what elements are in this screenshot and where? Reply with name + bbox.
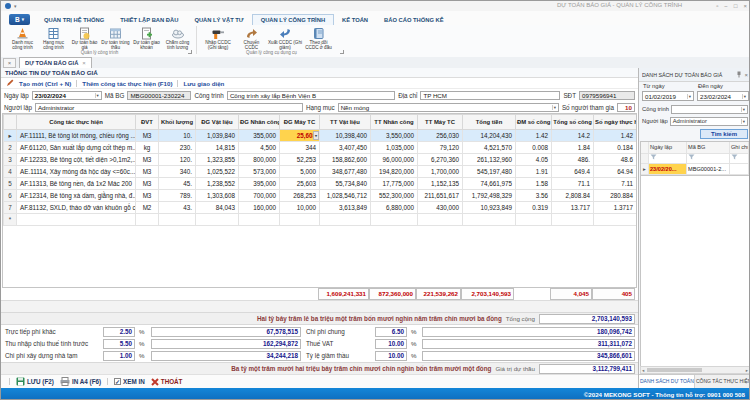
ribbon-button-theo-doi-ccdc[interactable]: Theo dõi CCDC ở đầu [303,26,334,51]
grid-cell[interactable] [320,214,371,226]
project-field[interactable]: Công trình xây lắp Bệnh Viện B [227,91,395,100]
grid-cell[interactable]: 1,152,135 [418,178,463,190]
ribbon-button-du-toan-bao-gia[interactable]: Dự toán báo giá [69,26,100,51]
grid-cell[interactable]: 14,815 [196,142,239,154]
preview-checkbox[interactable]: ✓ XEM IN [114,378,145,385]
grid-cell[interactable]: M3 [136,154,159,166]
ribbon-button-hang-muc-cong-trinh[interactable]: Hạng mục công trình [38,26,69,51]
panel-creator-field[interactable]: Administrator▾ [670,117,748,126]
quote-list-filter-row[interactable] [641,154,749,164]
grid-cell[interactable]: 74,661,975 [463,178,516,190]
grid-cell[interactable]: 5,000 [280,166,320,178]
ribbon-button-cham-cong-tinh-luong[interactable]: Chấm công tính lương [162,26,193,51]
other-direct-cost-pct-input[interactable]: 2.50 [103,327,135,337]
grid-cell[interactable]: 2,808.84 [552,190,594,202]
grid-cell[interactable]: 348,677,480 [320,166,371,178]
tab-du-toan-bao-gia[interactable]: DỰ TOÁN BÁO GIÁ × [19,57,92,68]
grid-cell[interactable]: 10. [159,130,196,142]
grid-cell[interactable]: 52,253 [280,154,320,166]
grid-cell[interactable]: 3,613,849 [320,202,371,214]
grid-cell[interactable]: 1,792,498,329 [463,190,516,202]
tab-danh-sach-du-toan[interactable]: DANH SÁCH DỰ TOÁN ... [639,375,695,388]
new-estimate-button[interactable]: Tạo mới (Ctrl + N) [19,80,71,87]
grid-cell[interactable]: 344 [280,142,320,154]
ribbon-button-chuyen-ccdc[interactable]: Chuyển CCDC [236,26,267,51]
column-header[interactable]: ĐG Máy TC [280,115,320,130]
grid-cell[interactable] [136,214,159,226]
print-button[interactable]: IN A4 (F6) [60,377,101,386]
grid-cell[interactable]: 700,000 [239,190,280,202]
grid-cell[interactable]: 10,000 [280,202,320,214]
column-header[interactable]: ĐVT [136,115,159,130]
grid-cell[interactable] [552,214,594,226]
grid-cell[interactable]: 1.58 [516,178,552,190]
temp-house-cost-pct-input[interactable]: 1.00 [103,351,135,361]
column-header[interactable]: ĐG Nhân công [239,115,280,130]
column-header[interactable]: ĐM số công [516,115,552,130]
grid-cell[interactable]: 1.3717 [594,202,637,214]
pin-icon[interactable] [736,71,742,78]
ribbon-tab-ke-toan[interactable]: KẾ TOÁN [334,15,376,25]
pre-tax-income-pct-input[interactable]: 5.50 [103,339,135,349]
scroll-right-icon[interactable]: ▸ [745,368,749,373]
grid-cell[interactable] [418,214,463,226]
address-field[interactable]: TP HCM [420,91,560,100]
grid-cell[interactable]: 649.4 [552,166,594,178]
grid-cell[interactable] [17,214,136,226]
quick-access-dropdown-icon[interactable]: ▾ [14,3,17,9]
grid-cell[interactable]: 1,238,552 [196,178,239,190]
grid-cell[interactable]: 1.91 [516,166,552,178]
row-indicator[interactable]: 3 [4,154,17,166]
ribbon-button-du-toan-trung-thau[interactable]: Dự toán trúng thầu [100,26,131,51]
grid-cell[interactable]: 573,000 [239,166,280,178]
grid-cell[interactable]: 261,132,960 [463,154,516,166]
close-panel-icon[interactable]: × [744,72,748,78]
minimize-button[interactable]: − [724,1,728,11]
grid-cell[interactable]: 230. [159,142,196,154]
grid-cell[interactable]: 486. [552,154,594,166]
grid-cell[interactable] [371,214,418,226]
grid-cell[interactable]: 211,651,617 [418,190,463,202]
grid-cell[interactable]: 71.1 [552,178,594,190]
grid-cell[interactable]: 4.05 [516,154,552,166]
column-header[interactable]: Tổng số công [552,115,594,130]
column-header[interactable]: Tổng tiền [463,115,516,130]
table-row[interactable]: ▸AF.11111, Bê tông lót móng, chiều rộng … [4,130,637,142]
add-task-button[interactable]: Thêm công tác thực hiện (F10) [82,80,172,87]
grid-cell[interactable]: 7.11 [594,178,637,190]
grid-cell[interactable]: 120. [159,154,196,166]
to-date-field[interactable]: 23/02/2024▾ [697,91,749,101]
grid-cell[interactable]: kg [136,142,159,154]
search-button[interactable]: Tìm kiếm [700,129,748,139]
grid-cell[interactable]: AF.12314, Bê tông xà dầm, giằng nhà, đ..… [17,190,136,202]
column-header[interactable]: Khối lượng [159,115,196,130]
grid-cell[interactable]: 4,500 [239,142,280,154]
grid-cell[interactable]: 1.42 [594,130,637,142]
grid-cell[interactable]: 48.6 [594,154,637,166]
grid-cell[interactable] [159,214,196,226]
grid-cell[interactable]: M3 [136,178,159,190]
grid-cell[interactable] [280,214,320,226]
panel-project-field[interactable]: ▾ [671,105,748,114]
grid-cell[interactable]: 43. [159,202,196,214]
grid-cell[interactable]: 1,025,522 [196,166,239,178]
grid-cell[interactable]: M2 [136,202,159,214]
grid-cell[interactable]: 6,270,360 [418,154,463,166]
grid-cell[interactable]: 0.008 [516,142,552,154]
column-header[interactable]: TT Máy TC [418,115,463,130]
close-all-tabs-button[interactable]: × [3,58,16,68]
column-header[interactable]: TT Nhân công [371,115,418,130]
ribbon-button-nhap-ccdc[interactable]: Nhập CCDC (Ghi tăng) [200,26,236,51]
grid-cell[interactable]: 160,000 [239,202,280,214]
grid-cell[interactable]: 158,862,600 [320,154,371,166]
date-field[interactable]: 23/02/2024▾ [32,91,102,100]
grid-cell[interactable]: 1,303,608 [196,190,239,202]
grid-cell[interactable]: M3 [136,190,159,202]
grid-cell[interactable]: 45. [159,178,196,190]
close-tab-icon[interactable]: × [82,60,86,66]
grid-cell[interactable]: 84,043 [196,202,239,214]
ribbon-tab-quan-tri-he-thong[interactable]: QUẢN TRỊ HỆ THỐNG [36,15,112,25]
grid-cell[interactable]: 355,000 [239,130,280,142]
general-cost-pct-input[interactable]: 6.50 [375,327,407,337]
grid-cell[interactable]: 55,734,840 [320,178,371,190]
